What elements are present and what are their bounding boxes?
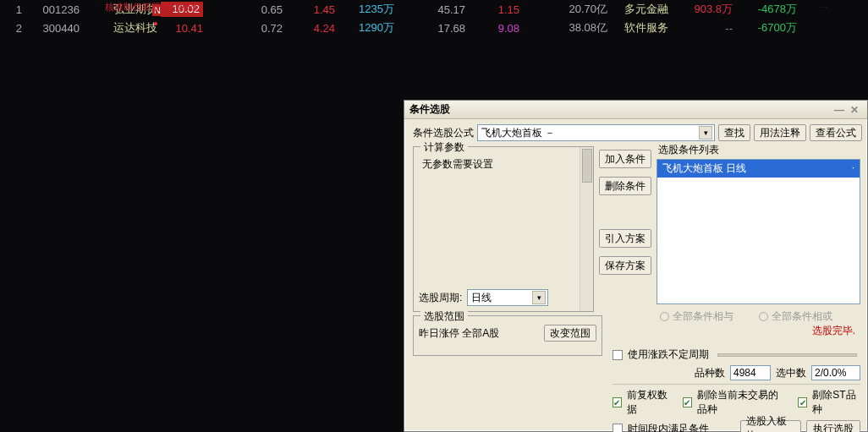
stock-code: 001236 bbox=[25, 3, 83, 16]
var-period-label: 使用涨跌不定周期 bbox=[628, 347, 709, 362]
period-value: 日线 bbox=[471, 291, 492, 305]
overlay-tag: 核准制伪新股·期货概念 bbox=[105, 1, 204, 14]
change: 0.65 bbox=[206, 3, 286, 16]
pct-change: 1.45 bbox=[286, 3, 338, 16]
chevron-down-icon[interactable]: ▾ bbox=[699, 126, 712, 139]
hit-value: 2/0.0% bbox=[811, 365, 860, 380]
range-fieldset: 选股范围 昨日涨停 全部A股 改变范围 bbox=[413, 315, 602, 356]
condition-list-label: 选股条件列表 bbox=[658, 143, 860, 157]
checkbox-fq[interactable]: ✔ bbox=[613, 397, 622, 407]
stock-name: 运达科技 bbox=[83, 20, 161, 36]
fq-label: 前复权数据 bbox=[627, 388, 673, 417]
col-a: 903.8万 bbox=[672, 2, 736, 17]
col-b: -4678万 bbox=[736, 2, 800, 17]
dot-icon bbox=[154, 22, 157, 25]
formula-value: 飞机大炮首板 － bbox=[481, 126, 555, 140]
count-label: 品种数 bbox=[695, 366, 725, 380]
to-block-button[interactable]: 选股入板块 bbox=[740, 420, 801, 432]
industry: 多元金融 bbox=[611, 2, 672, 17]
turnover: 9.08 bbox=[469, 22, 523, 35]
price-cell: 10.41 bbox=[161, 22, 206, 35]
import-plan-button[interactable]: 引入方案 bbox=[599, 229, 651, 248]
pct-change: 4.24 bbox=[286, 22, 338, 35]
list-item[interactable]: 飞机大炮首板 日线 · bbox=[657, 160, 860, 178]
range-legend: 选股范围 bbox=[420, 309, 468, 324]
run-filter-button[interactable]: 执行选股 bbox=[806, 420, 860, 432]
free-float: 17.68 bbox=[398, 22, 469, 35]
checkbox-excl-nt[interactable]: ✔ bbox=[683, 397, 692, 407]
table-row[interactable]: 2 300440 运达科技 10.41 0.72 4.24 1290万 17.6… bbox=[0, 19, 868, 37]
col-a: -- bbox=[672, 22, 736, 35]
marketcap: 20.70亿 bbox=[523, 2, 611, 17]
radio-or-label: 全部条件相或 bbox=[772, 309, 832, 324]
volume: 1290万 bbox=[338, 20, 398, 36]
excl-st-label: 剔除ST品种 bbox=[812, 388, 860, 417]
list-item-text: 飞机大炮首板 日线 bbox=[662, 161, 746, 176]
free-float: 45.17 bbox=[398, 3, 469, 16]
params-legend: 计算参数 bbox=[420, 140, 468, 155]
view-formula-button[interactable]: 查看公式 bbox=[810, 124, 862, 141]
add-condition-button[interactable]: 加入条件 bbox=[599, 150, 651, 168]
formula-combo[interactable]: 飞机大炮首板 － ▾ bbox=[477, 124, 715, 141]
divider bbox=[613, 384, 860, 385]
formula-label: 条件选股公式 bbox=[413, 126, 474, 140]
name-text: 运达科技 bbox=[113, 21, 157, 34]
titlebar[interactable]: 条件选股 — ✕ bbox=[404, 101, 867, 119]
hit-label: 选中数 bbox=[776, 366, 806, 380]
radio-icon bbox=[759, 312, 768, 321]
checkbox-excl-st[interactable]: ✔ bbox=[798, 397, 807, 407]
count-value: 4984 bbox=[730, 365, 771, 380]
stock-code: 300440 bbox=[25, 22, 83, 35]
excl-nt-label: 剔除当前未交易的品种 bbox=[697, 388, 788, 417]
row-index: 1 bbox=[0, 3, 25, 16]
filter-dialog: 条件选股 — ✕ 条件选股公式 飞机大炮首板 － ▾ 查找 用法注释 查看公式 … bbox=[404, 100, 868, 432]
status-text: 选股完毕. bbox=[656, 324, 860, 338]
chevron-down-icon[interactable]: ▾ bbox=[532, 291, 546, 304]
usage-button[interactable]: 用法注释 bbox=[754, 124, 806, 141]
change-range-button[interactable]: 改变范围 bbox=[544, 325, 596, 342]
close-icon[interactable]: ✕ bbox=[847, 104, 862, 116]
marketcap: 38.08亿 bbox=[523, 20, 611, 36]
time-label: 时间段内满足条件 bbox=[628, 422, 709, 433]
radio-icon bbox=[660, 312, 669, 321]
range-text: 昨日涨停 全部A股 bbox=[419, 326, 499, 341]
search-button[interactable]: 查找 bbox=[718, 124, 750, 141]
industry: 软件服务 bbox=[611, 20, 672, 36]
table-row[interactable]: 核准制伪新股·期货概念 1 001236 弘业期货 N 10.02 0.65 1… bbox=[0, 0, 868, 19]
turnover: 1.15 bbox=[469, 3, 523, 16]
volume: 1235万 bbox=[338, 2, 398, 17]
scroll-thumb[interactable] bbox=[582, 149, 592, 183]
minimize-icon[interactable]: — bbox=[832, 104, 847, 116]
period-select[interactable]: 日线 ▾ bbox=[467, 289, 548, 306]
change: 0.72 bbox=[206, 22, 286, 35]
stock-table: 核准制伪新股·期货概念 1 001236 弘业期货 N 10.02 0.65 1… bbox=[0, 0, 868, 37]
period-label: 选股周期: bbox=[419, 291, 462, 305]
delete-condition-button[interactable]: 删除条件 bbox=[599, 177, 651, 195]
col-b: -6700万 bbox=[736, 20, 800, 36]
scrollbar[interactable] bbox=[580, 147, 593, 311]
checkbox-time[interactable] bbox=[613, 424, 623, 432]
no-params-text: 无参数需要设置 bbox=[419, 154, 588, 175]
save-plan-button[interactable]: 保存方案 bbox=[599, 256, 651, 275]
period-slider[interactable] bbox=[717, 353, 857, 357]
list-item-dot-icon: · bbox=[852, 161, 854, 176]
condition-listbox[interactable]: 飞机大炮首板 日线 · bbox=[656, 159, 860, 304]
params-fieldset: 计算参数 无参数需要设置 选股周期: 日线 ▾ bbox=[413, 146, 594, 312]
dialog-title: 条件选股 bbox=[409, 102, 450, 117]
radio-and[interactable]: 全部条件相与 bbox=[660, 309, 733, 324]
row-index: 2 bbox=[0, 22, 25, 35]
radio-or[interactable]: 全部条件相或 bbox=[759, 309, 832, 324]
checkbox-var-period[interactable] bbox=[613, 350, 623, 360]
radio-and-label: 全部条件相与 bbox=[673, 309, 733, 324]
